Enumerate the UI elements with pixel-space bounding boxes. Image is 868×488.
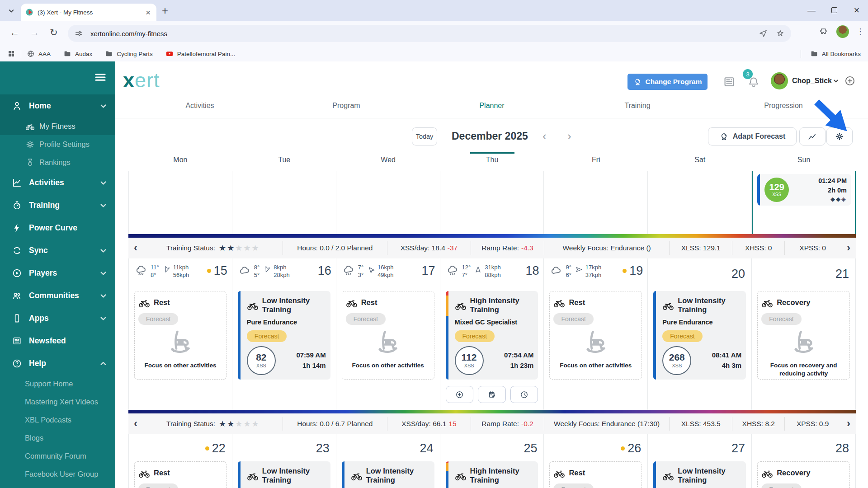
tab-close-icon[interactable]: × <box>144 8 152 17</box>
sidebar-item-newsfeed[interactable]: Newsfeed <box>0 329 115 352</box>
sidebar-item-mastering-xert-videos[interactable]: Mastering Xert Videos <box>0 393 115 411</box>
calendar-cell-day-17[interactable]: 7°3°16kph49kph17RestForecastFocus on oth… <box>336 258 440 410</box>
sidebar-item-facebook-user-group[interactable]: Facebook User Group <box>0 465 115 483</box>
workout-card[interactable]: High Intensity TrainingMixed GC Speciali… <box>446 291 538 380</box>
address-bar[interactable]: xertonline.com/my-fitness <box>68 25 791 42</box>
bookmark-aaa[interactable]: AAA <box>27 50 51 58</box>
next-month-icon[interactable]: › <box>567 129 571 143</box>
sidebar-item-power-curve[interactable]: Power Curve <box>0 216 115 239</box>
newsfeed-icon[interactable] <box>722 75 736 89</box>
url-text[interactable]: xertonline.com/my-fitness <box>90 30 759 38</box>
tab-planner[interactable]: Planner <box>453 102 530 110</box>
calendar-cell-day-19[interactable]: 9°6°17kph37kph19RestForecastFocus on oth… <box>544 258 648 410</box>
calendar-cell-day-23[interactable]: 23Low Intensity Training <box>232 434 336 488</box>
rest-card[interactable]: RestForecastFocus on other activities <box>549 291 642 380</box>
recovery-card[interactable]: RecoveryForecast <box>757 461 850 488</box>
hamburger-menu-icon[interactable] <box>94 70 107 84</box>
window-maximize-button[interactable] <box>823 6 845 15</box>
tab-activities[interactable]: Activities <box>161 102 238 110</box>
calendar-cell-day-20[interactable]: 20Low Intensity TrainingPure EnduranceFo… <box>648 258 752 410</box>
status-next-icon[interactable]: › <box>847 417 850 430</box>
sidebar-item-community-forum[interactable]: Community Forum <box>0 447 115 465</box>
calendar-cell-day-28[interactable]: 28RecoveryForecast <box>752 434 856 488</box>
calendar-cell[interactable] <box>232 171 336 234</box>
all-bookmarks-label[interactable]: All Bookmarks <box>822 51 861 57</box>
browser-tab[interactable]: (3) Xert - My Fitness × <box>21 4 156 21</box>
sidebar-item-training[interactable]: Training <box>0 194 115 216</box>
calendar-cell-day-24[interactable]: 24Low Intensity Training <box>336 434 440 488</box>
browser-menu-icon[interactable]: ⋮ <box>856 27 864 37</box>
calendar-cell-day-21[interactable]: 21RecoveryForecastFocus on recovery and … <box>752 258 856 410</box>
calendar-cell-day-15[interactable]: 11°8°11kph56kph15RestForecastFocus on ot… <box>128 258 232 410</box>
workout-card[interactable]: Low Intensity TrainingPure EnduranceFore… <box>238 291 330 380</box>
status-prev-icon[interactable]: ‹ <box>134 417 137 430</box>
adapt-forecast-button[interactable]: Adapt Forecast <box>708 127 797 145</box>
status-prev-icon[interactable]: ‹ <box>134 241 137 254</box>
bookmark-star-icon[interactable] <box>776 29 785 38</box>
today-button[interactable]: Today <box>412 127 437 145</box>
calendar-cell-day-26[interactable]: 26RestForecast <box>544 434 648 488</box>
status-next-icon[interactable]: › <box>847 241 850 254</box>
sidebar-item-support-home[interactable]: Support Home <box>0 375 115 393</box>
new-tab-button[interactable]: + <box>162 5 168 17</box>
calendar-cell-day-27[interactable]: 27Low Intensity Training <box>648 434 752 488</box>
workout-card[interactable]: Low Intensity Training <box>342 461 434 488</box>
completed-activity-card[interactable]: 129XSS01:24 PM2h 0m◆◆◈ <box>757 174 851 206</box>
workout-card[interactable]: Low Intensity Training <box>653 461 746 488</box>
workout-card[interactable]: High Intensity Training <box>446 461 538 488</box>
calendar-cell-day-18[interactable]: 12°7°31kph88kph18High Intensity Training… <box>440 258 544 410</box>
window-close-button[interactable]: × <box>845 5 868 16</box>
user-avatar[interactable] <box>771 72 788 89</box>
xert-logo[interactable]: xert <box>123 69 160 92</box>
sidebar-item-profile-settings[interactable]: Profile Settings <box>0 135 115 153</box>
bookmark-audax[interactable]: Audax <box>63 50 92 58</box>
change-program-button[interactable]: Change Program <box>627 74 708 90</box>
sidebar-item-xbl-podcasts[interactable]: XBL Podcasts <box>0 411 115 429</box>
calendar-cell[interactable] <box>128 171 232 234</box>
calendar-cell[interactable]: 129XSS01:24 PM2h 0m◆◆◈ <box>752 171 856 234</box>
calendar-cell-day-22[interactable]: 22RestForecast <box>128 434 232 488</box>
sidebar-item-apps[interactable]: Apps <box>0 307 115 329</box>
workout-card[interactable]: Low Intensity TrainingPure EnduranceFore… <box>653 291 746 380</box>
recovery-card[interactable]: RecoveryForecastFocus on recovery and re… <box>757 291 850 380</box>
bookmark-patellofemoral-pain[interactable]: Patellofemoral Pain... <box>165 50 235 58</box>
user-menu-chevron-icon[interactable] <box>832 77 840 85</box>
add-icon[interactable] <box>844 75 856 87</box>
chart-view-button[interactable] <box>799 127 826 145</box>
calendar-cell[interactable] <box>648 171 752 234</box>
rest-card[interactable]: RestForecastFocus on other activities <box>134 291 226 380</box>
bookmark-cycling-parts[interactable]: Cycling Parts <box>105 50 153 58</box>
tab-training[interactable]: Training <box>599 102 676 110</box>
calendar-cell[interactable] <box>544 171 648 234</box>
sidebar-item-players[interactable]: Players <box>0 262 115 284</box>
sidebar-item-help[interactable]: Help <box>0 352 115 375</box>
sidebar-item-sync[interactable]: Sync <box>0 239 115 262</box>
site-settings-icon[interactable] <box>74 29 83 38</box>
extensions-puzzle-icon[interactable] <box>819 27 829 37</box>
sidebar-item-home[interactable]: Home <box>0 94 115 117</box>
calendar-cell[interactable] <box>440 171 544 234</box>
sidebar-item-rankings[interactable]: Rankings <box>0 153 115 171</box>
calendar-cell-day-25[interactable]: 25High Intensity Training <box>440 434 544 488</box>
sidebar-item-activities[interactable]: Activities <box>0 171 115 194</box>
rest-card[interactable]: RestForecast <box>549 461 642 488</box>
apps-grid-icon[interactable] <box>7 50 15 58</box>
rest-card[interactable]: RestForecastFocus on other activities <box>342 291 434 380</box>
add-activity-button[interactable] <box>446 386 474 403</box>
window-minimize-button[interactable]: — <box>800 6 823 15</box>
reload-button[interactable]: ↻ <box>50 27 58 38</box>
sidebar-item-my-fitness[interactable]: My Fitness <box>0 117 115 135</box>
sidebar-item-communities[interactable]: Communities <box>0 284 115 307</box>
calendar-cell-day-16[interactable]: 8°5°8kph28kph16Low Intensity TrainingPur… <box>232 258 336 410</box>
workout-card[interactable]: Low Intensity Training <box>238 461 330 488</box>
sidebar-item-blogs[interactable]: Blogs <box>0 429 115 447</box>
username[interactable]: Chop_Stick <box>792 77 832 85</box>
back-button[interactable]: ← <box>10 27 19 38</box>
send-to-device-icon[interactable] <box>759 29 768 38</box>
calendar-cell[interactable] <box>336 171 440 234</box>
edit-plan-button[interactable] <box>478 386 506 403</box>
rest-card[interactable]: RestForecast <box>134 461 226 488</box>
schedule-button[interactable] <box>510 386 538 403</box>
tab-search-button[interactable] <box>5 4 18 18</box>
tab-program[interactable]: Program <box>308 102 385 110</box>
